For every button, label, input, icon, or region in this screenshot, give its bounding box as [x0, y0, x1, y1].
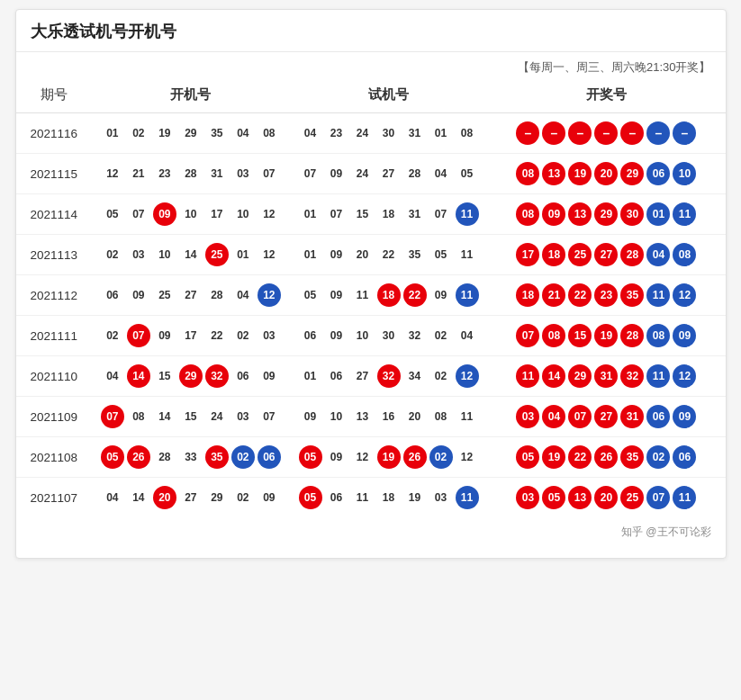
subtitle: 【每周一、周三、周六晚21:30开奖】 — [16, 52, 726, 77]
number-ball: 18 — [516, 283, 539, 307]
number-ball: 03 — [231, 162, 255, 185]
number-ball: 11 — [673, 202, 696, 226]
numbers-cell: 05262833350206 — [92, 437, 290, 478]
number-ball: 01 — [299, 243, 322, 266]
numbers-cell: 07092427280405 — [290, 154, 488, 194]
number-ball: 02 — [101, 324, 124, 347]
number-ball: 06 — [299, 324, 322, 347]
number-ball: 01 — [299, 364, 322, 388]
number-ball: 08 — [516, 162, 539, 185]
number-ball: 14 — [127, 364, 150, 388]
number-ball: 05 — [429, 243, 453, 266]
number-ball: 04 — [101, 486, 124, 509]
number-ball: 09 — [153, 324, 176, 347]
numbers-cell: 08131920290610 — [487, 154, 725, 194]
number-ball: – — [620, 121, 644, 145]
number-ball: 15 — [153, 364, 176, 388]
number-ball: 01 — [231, 243, 255, 266]
number-ball: 22 — [568, 445, 592, 469]
number-ball: 09 — [127, 283, 150, 307]
number-ball: 01 — [299, 202, 322, 226]
number-ball: 11 — [456, 283, 479, 307]
number-ball: 01 — [646, 202, 670, 226]
period-cell: 2021111 — [16, 316, 93, 356]
number-ball: 09 — [673, 405, 696, 428]
number-ball: 26 — [403, 445, 427, 469]
number-ball: 24 — [351, 162, 375, 185]
number-ball: 02 — [231, 324, 255, 347]
number-ball: 28 — [205, 283, 229, 307]
number-ball: 06 — [325, 486, 348, 509]
number-ball: 08 — [516, 202, 539, 226]
number-ball: 35 — [205, 121, 229, 145]
number-ball: 11 — [351, 283, 375, 307]
number-ball: 20 — [594, 486, 618, 509]
number-ball: – — [646, 121, 670, 145]
number-ball: 08 — [646, 324, 670, 347]
numbers-cell: 04141529320609 — [92, 356, 290, 397]
number-ball: 12 — [258, 202, 281, 226]
number-ball: 01 — [429, 121, 453, 145]
number-ball: 08 — [429, 405, 453, 428]
number-ball: 11 — [456, 486, 479, 509]
table-row: 2021108052628333502060509121926021205192… — [16, 437, 726, 478]
number-ball: 30 — [377, 324, 401, 347]
number-ball: 09 — [258, 364, 281, 388]
number-ball: 25 — [568, 243, 592, 266]
number-ball: 08 — [673, 243, 696, 266]
number-ball: 11 — [456, 243, 479, 266]
number-ball: 07 — [258, 405, 281, 428]
table-row: 2021109070814152403070910131620081103040… — [16, 397, 726, 437]
number-ball: 09 — [429, 283, 453, 307]
number-ball: 09 — [299, 405, 322, 428]
numbers-cell: 03051320250711 — [487, 478, 725, 518]
number-ball: 09 — [673, 324, 696, 347]
period-cell: 2021107 — [16, 478, 93, 518]
number-ball: 09 — [325, 283, 348, 307]
numbers-cell: 06092527280412 — [92, 275, 290, 316]
number-ball: 05 — [101, 202, 124, 226]
period-cell: 2021114 — [16, 194, 93, 235]
number-ball: 07 — [568, 405, 592, 428]
numbers-cell: 03040727310609 — [487, 397, 725, 437]
number-ball: 23 — [325, 121, 348, 145]
numbers-cell: 06091030320204 — [290, 316, 488, 356]
number-ball: 02 — [429, 364, 453, 388]
number-ball: 02 — [231, 486, 255, 509]
number-ball: 12 — [456, 364, 479, 388]
footer-brand: 知乎 @王不可论彩 — [16, 517, 726, 540]
number-ball: 02 — [127, 121, 150, 145]
number-ball: 05 — [299, 445, 322, 469]
number-ball: 20 — [351, 243, 375, 266]
number-ball: 07 — [127, 202, 150, 226]
number-ball: 35 — [620, 283, 644, 307]
number-ball: 22 — [568, 283, 592, 307]
number-ball: 17 — [179, 324, 203, 347]
number-ball: – — [673, 121, 696, 145]
number-ball: 25 — [620, 486, 644, 509]
table-row: 2021114050709101710120107151831071108091… — [16, 194, 726, 235]
number-ball: 07 — [516, 324, 539, 347]
number-ball: 06 — [231, 364, 255, 388]
col-kaiji: 开机号 — [92, 77, 290, 113]
number-ball: 26 — [594, 445, 618, 469]
number-ball: 20 — [403, 405, 427, 428]
number-ball: 27 — [594, 243, 618, 266]
number-ball: 09 — [325, 243, 348, 266]
number-ball: 13 — [542, 162, 565, 185]
table-row: 2021110041415293206090106273234021211142… — [16, 356, 726, 397]
numbers-cell: 08091329300111 — [487, 194, 725, 235]
number-ball: 13 — [568, 202, 592, 226]
number-ball: 31 — [205, 162, 229, 185]
number-ball: 11 — [646, 364, 670, 388]
table-row: 2021112060925272804120509111822091118212… — [16, 275, 726, 316]
numbers-cell: 05061118190311 — [290, 478, 488, 518]
number-ball: 05 — [516, 445, 539, 469]
number-ball: 29 — [594, 202, 618, 226]
number-ball: 18 — [377, 283, 401, 307]
number-ball: 35 — [403, 243, 427, 266]
table-row: 2021113020310142501120109202235051117182… — [16, 235, 726, 275]
number-ball: 19 — [377, 445, 401, 469]
number-ball: 07 — [127, 324, 150, 347]
number-ball: 30 — [620, 202, 644, 226]
